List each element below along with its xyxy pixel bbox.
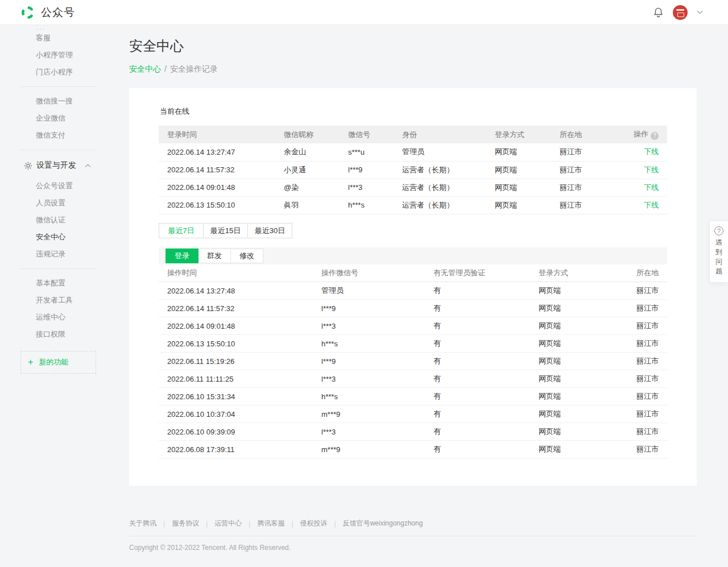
offline-link[interactable]: 下线: [644, 147, 659, 156]
sidebar-divider: [20, 268, 96, 269]
bell-icon[interactable]: [653, 7, 664, 18]
sidebar-item[interactable]: 门店小程序: [0, 64, 108, 81]
footer-link[interactable]: 运营中心: [214, 519, 242, 528]
cell-login_method: 网页端: [530, 388, 615, 405]
question-icon[interactable]: ?: [651, 132, 659, 140]
table-row: 2022.06.14 13:27:47余金山s***u管理员网页端丽江市下线: [159, 143, 667, 161]
footer-link[interactable]: 反馈官号weixingongzhong: [343, 519, 423, 528]
table-header-row: 操作时间操作微信号有无管理员验证登录方式所在地: [159, 264, 667, 282]
column-header-login_method: 登录方式: [530, 264, 615, 282]
sidebar-item[interactable]: 微信搜一搜: [0, 93, 108, 110]
footer-link[interactable]: 关于腾讯: [129, 519, 156, 528]
cell-nickname: 小灵通: [275, 161, 340, 179]
cell-location: 丽江市: [551, 143, 608, 161]
sidebar-item[interactable]: 违规记录: [0, 246, 108, 263]
cell-login_method: 网页端: [530, 300, 615, 317]
sidebar-item[interactable]: 客服: [0, 30, 108, 47]
cell-admin_verified: 有: [425, 370, 530, 388]
range-30d-button[interactable]: 最近30日: [247, 223, 292, 238]
cell-login_method: 网页端: [486, 179, 551, 196]
range-7d-button[interactable]: 最近7日: [159, 223, 204, 238]
cell-login_method: 网页端: [530, 441, 615, 458]
separator: |: [291, 520, 293, 528]
brand[interactable]: 公众号: [20, 5, 75, 20]
sidebar-item[interactable]: 小程序管理: [0, 47, 108, 64]
footer-link[interactable]: 侵权投诉: [300, 519, 328, 528]
cell-login_method: 网页端: [486, 143, 551, 161]
range-15d-button[interactable]: 最近15日: [203, 223, 248, 238]
cell-wechat_id: h***s: [313, 335, 425, 353]
cell-time: 2022.06.14 09:01:48: [159, 317, 313, 335]
account-avatar[interactable]: [673, 5, 688, 20]
cell-role: 运营者（长期）: [394, 196, 486, 214]
cell-location: 丽江市: [551, 161, 608, 179]
offline-link[interactable]: 下线: [644, 165, 659, 174]
table-row: 2022.06.11 11:11:25l***3有网页端丽江市: [159, 370, 667, 388]
new-feature-label: 新的功能: [39, 357, 68, 367]
tab-login[interactable]: 登录: [166, 249, 198, 263]
offline-link[interactable]: 下线: [644, 183, 659, 192]
cell-time: 2022.06.10 09:39:09: [159, 423, 313, 441]
cell-nickname: 眞羽: [275, 196, 340, 214]
sidebar-item[interactable]: 运维中心: [0, 309, 108, 326]
sidebar-clipped-item: ···: [0, 25, 108, 30]
column-header-wechat_id: 微信号: [340, 126, 394, 143]
sidebar-section-settings-dev[interactable]: 设置与开发: [0, 156, 108, 175]
cell-login_method: 网页端: [530, 353, 615, 370]
chevron-up-icon[interactable]: [85, 164, 91, 168]
table-row: 2022.06.10 10:37:04m***9有网页端丽江市: [159, 405, 667, 423]
sidebar-item[interactable]: 微信认证: [0, 212, 108, 229]
sidebar-item[interactable]: 人员设置: [0, 194, 108, 212]
plus-icon: +: [28, 358, 33, 367]
sidebar-item[interactable]: 接口权限: [0, 326, 108, 343]
cell-wechat_id: 管理员: [313, 282, 425, 300]
table-header-row: 登录时间微信昵称微信号身份登录方式所在地操作?: [159, 126, 667, 143]
separator: |: [163, 520, 165, 528]
cell-location: 丽江市: [615, 423, 667, 441]
sidebar-item[interactable]: 企业微信: [0, 110, 108, 127]
page-title: 安全中心: [129, 37, 728, 55]
sidebar-section-label: 设置与开发: [36, 160, 76, 171]
cell-time: 2022.06.13 15:50:10: [159, 196, 275, 214]
sidebar-item[interactable]: 微信支付: [0, 127, 108, 144]
help-float-widget[interactable]: ? 遇到问题: [709, 221, 728, 283]
column-header-nickname: 微信昵称: [275, 126, 340, 143]
operation-records-table: 操作时间操作微信号有无管理员验证登录方式所在地 2022.06.14 13:27…: [159, 264, 667, 459]
gear-icon: [24, 162, 32, 170]
cell-location: 丽江市: [551, 196, 608, 214]
sidebar-item[interactable]: 开发者工具: [0, 292, 108, 309]
wechat-mp-logo-icon: [20, 5, 35, 20]
cell-admin_verified: 有: [425, 388, 530, 405]
sidebar-item[interactable]: 公众号设置: [0, 177, 108, 194]
footer-link[interactable]: 服务协议: [172, 519, 199, 528]
sidebar-item[interactable]: 安全中心: [0, 229, 108, 246]
tab-modify[interactable]: 修改: [230, 249, 263, 263]
sidebar-group-2: 微信搜一搜企业微信微信支付: [0, 93, 108, 144]
cell-action: 下线: [608, 143, 667, 161]
cell-admin_verified: 有: [425, 353, 530, 370]
new-feature-button[interactable]: + 新的功能: [20, 351, 96, 374]
cell-time: 2022.06.10 10:37:04: [159, 405, 313, 423]
cell-nickname: @染: [275, 179, 340, 196]
chevron-down-icon[interactable]: [697, 10, 703, 14]
table-row: 2022.06.14 11:57:32l***9有网页端丽江市: [159, 300, 667, 317]
column-header-action: 操作?: [608, 126, 667, 143]
cell-admin_verified: 有: [425, 405, 530, 423]
cell-time: 2022.06.14 09:01:48: [159, 179, 275, 196]
cell-nickname: 余金山: [275, 143, 340, 161]
cell-wechat_id: m***9: [313, 405, 425, 423]
offline-link[interactable]: 下线: [644, 201, 659, 209]
copyright-text: Copyright © 2012-2022 Tencent. All Right…: [129, 544, 697, 552]
sidebar-item[interactable]: 基本配置: [0, 275, 108, 292]
cell-time: 2022.06.14 11:57:32: [159, 161, 275, 179]
footer-link[interactable]: 腾讯客服: [257, 519, 284, 528]
breadcrumb-link-security-center[interactable]: 安全中心: [129, 64, 161, 75]
cell-admin_verified: 有: [425, 282, 530, 300]
sidebar-group-1: 客服小程序管理门店小程序: [0, 30, 108, 81]
cell-location: 丽江市: [615, 353, 667, 370]
cell-admin_verified: 有: [425, 335, 530, 353]
cell-admin_verified: 有: [425, 441, 530, 458]
breadcrumb-separator: /: [164, 64, 167, 75]
cell-wechat_id: h***s: [340, 196, 394, 214]
tab-broadcast[interactable]: 群发: [198, 249, 231, 263]
